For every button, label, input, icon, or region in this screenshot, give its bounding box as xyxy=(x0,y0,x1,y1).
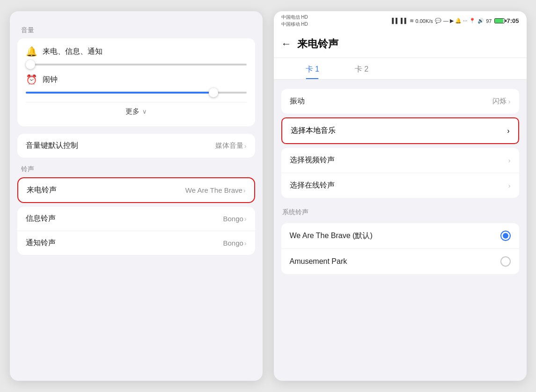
notification-slider[interactable] xyxy=(26,64,247,65)
select-local-label: 选择本地音乐 xyxy=(291,126,336,136)
ringtone-chevron-1: › xyxy=(244,215,247,223)
ringtone-card-others: 信息铃声 Bongo › 通知铃声 Bongo › xyxy=(17,207,255,255)
alarm-slider[interactable] xyxy=(26,92,247,94)
vibrate-card: 振动 闪烁 › xyxy=(281,89,519,114)
select-video-label: 选择视频铃声 xyxy=(290,155,335,165)
notification-bell-icon: 🔔 xyxy=(26,46,37,57)
back-button[interactable]: ← xyxy=(281,38,292,50)
tab-card1[interactable]: 卡 1 xyxy=(302,58,323,79)
speed-label: 0.00K/s xyxy=(416,18,433,24)
time-label: 7:05 xyxy=(507,17,519,24)
alarm-volume-label: 闹钟 xyxy=(43,75,58,85)
ringtone-card-highlighted[interactable]: 来电铃声 We Are The Brave › xyxy=(17,177,255,203)
alarm-volume-row: ⏰ 闹钟 xyxy=(26,74,247,85)
volume-key-card: 音量键默认控制 媒体音量 › xyxy=(17,134,255,158)
notification-volume-label: 来电、信息、通知 xyxy=(43,47,103,57)
more-label: 更多 xyxy=(125,107,140,116)
ringtone-chevron-2: › xyxy=(244,240,247,247)
signal-info: ▌▌ ▌▌ ≋ xyxy=(392,18,413,24)
select-online-chevron-icon: › xyxy=(508,182,511,189)
select-local-row[interactable]: 选择本地音乐 › xyxy=(281,117,519,144)
carrier-info: 中国电信 HD 中国移动 HD xyxy=(281,14,308,28)
battery-percent: 97 xyxy=(486,18,492,24)
status-bar: 中国电信 HD 中国移动 HD ▌▌ ▌▌ ≋ 0.00K/s 💬 — ▶ 🔔 … xyxy=(274,11,527,30)
location-icon: 📍 xyxy=(469,18,476,24)
ringtone-label-1: 信息铃声 xyxy=(26,214,56,224)
ringtone-row-2[interactable]: 通知铃声 Bongo › xyxy=(17,231,255,255)
select-video-chevron-icon: › xyxy=(508,157,511,164)
right-content: 振动 闪烁 › 选择本地音乐 › 选择视频铃声 › 选择在线铃声 › 系 xyxy=(274,80,527,381)
wechat-icon: 💬 xyxy=(435,18,441,24)
system-ringtone-1[interactable]: Amusement Park xyxy=(281,249,519,274)
status-right-icons: ▌▌ ▌▌ ≋ 0.00K/s 💬 — ▶ 🔔 ··· 📍 🔊 97 7:05 xyxy=(392,17,519,24)
alarm-slider-fill xyxy=(26,92,213,94)
select-online-row[interactable]: 选择在线铃声 › xyxy=(281,173,519,198)
radio-selected-icon[interactable] xyxy=(500,231,511,241)
sound-icon: 🔊 xyxy=(477,18,484,24)
ringtone-label-0: 来电铃声 xyxy=(27,185,57,195)
right-panel: 中国电信 HD 中国移动 HD ▌▌ ▌▌ ≋ 0.00K/s 💬 — ▶ 🔔 … xyxy=(274,11,527,381)
volume-section-label: 音量 xyxy=(10,26,263,38)
battery-icon-visual xyxy=(493,18,505,23)
ringtone-row-0[interactable]: 来电铃声 We Are The Brave › xyxy=(18,178,254,202)
select-local-chevron-icon: › xyxy=(507,127,509,135)
select-video-row[interactable]: 选择视频铃声 › xyxy=(281,148,519,173)
system-ringtone-0[interactable]: We Are The Brave (默认) xyxy=(281,223,519,249)
topbar: ← 来电铃声 xyxy=(274,30,527,58)
ringtone-label-2: 通知铃声 xyxy=(26,238,56,248)
alarm-slider-thumb[interactable] xyxy=(209,88,218,97)
volume-card: 🔔 来电、信息、通知 ⏰ 闹钟 更多 ∨ xyxy=(17,38,255,126)
tab-card2[interactable]: 卡 2 xyxy=(351,58,372,79)
volume-key-value: 媒体音量 › xyxy=(215,141,247,150)
vibrate-value: 闪烁 › xyxy=(492,97,511,106)
ringtone-row-1[interactable]: 信息铃声 Bongo › xyxy=(17,207,255,231)
vibrate-row[interactable]: 振动 闪烁 › xyxy=(281,89,519,114)
select-others-card: 选择视频铃声 › 选择在线铃声 › xyxy=(281,148,519,198)
more-chevron-icon: ∨ xyxy=(142,108,147,115)
ringtone-section-label: 铃声 xyxy=(10,165,263,177)
misc-icons: — ▶ 🔔 ··· xyxy=(443,18,467,24)
ringtone-chevron-0: › xyxy=(243,187,246,194)
ringtone-value-1: Bongo › xyxy=(223,215,246,223)
notification-slider-thumb[interactable] xyxy=(26,60,35,69)
tab-bar: 卡 1 卡 2 xyxy=(274,58,527,80)
select-online-label: 选择在线铃声 xyxy=(290,181,335,190)
vibrate-label: 振动 xyxy=(290,96,305,106)
system-ringtone-label-0: We Are The Brave (默认) xyxy=(290,231,373,241)
vibrate-chevron-icon: › xyxy=(508,98,511,105)
volume-key-label: 音量键默认控制 xyxy=(26,141,78,151)
system-section-label: 系统铃声 xyxy=(274,202,527,219)
more-button[interactable]: 更多 ∨ xyxy=(26,102,247,118)
alarm-icon: ⏰ xyxy=(26,74,37,85)
system-ringtone-label-1: Amusement Park xyxy=(290,257,347,266)
ringtone-value-0: We Are The Brave › xyxy=(185,186,246,194)
radio-unselected-icon[interactable] xyxy=(500,256,511,267)
notification-volume-row: 🔔 来电、信息、通知 xyxy=(26,46,247,57)
ringtone-value-2: Bongo › xyxy=(223,239,246,247)
carrier1-label: 中国电信 HD xyxy=(281,14,308,21)
system-ringtones-card: We Are The Brave (默认) Amusement Park xyxy=(281,223,519,274)
page-title: 来电铃声 xyxy=(297,37,338,51)
left-panel: 音量 🔔 来电、信息、通知 ⏰ 闹钟 更多 ∨ 音量键默认控制 媒体音量 › xyxy=(10,11,263,381)
carrier2-label: 中国移动 HD xyxy=(281,21,308,28)
volume-key-row[interactable]: 音量键默认控制 媒体音量 › xyxy=(17,134,255,158)
volume-key-chevron-icon: › xyxy=(244,142,247,150)
